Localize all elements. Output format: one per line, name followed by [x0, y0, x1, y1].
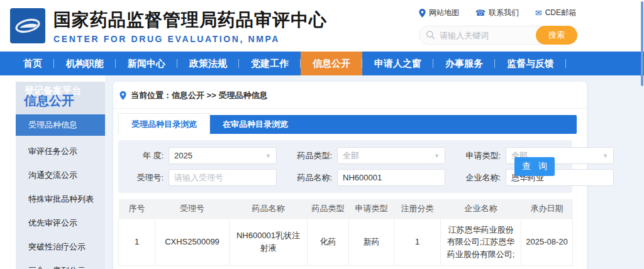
year-select-value: 2025: [174, 151, 192, 160]
cell-apply-type: 新药: [349, 218, 394, 266]
filter-row-2: 受理号: 药品名称: 企业名称:: [122, 169, 572, 186]
chevron-down-icon: ▼: [265, 153, 271, 159]
breadcrumb-pin-icon: [119, 91, 126, 100]
column-header-apply-type: 申请类型: [349, 199, 394, 218]
scrollbar[interactable]: [641, 1, 643, 86]
nav-item-info-disclosure[interactable]: 信息公开: [301, 52, 362, 75]
phone-icon: ☎: [475, 9, 486, 17]
search-icon: [426, 30, 435, 40]
drug-type-select-value: 全部: [343, 150, 359, 162]
nav-item-applicant-window[interactable]: 申请人之窗: [362, 52, 433, 75]
tab-bar: 受理品种目录浏览 在审品种目录浏览: [118, 115, 577, 134]
column-header-undertake-date: 承办日期: [521, 199, 573, 218]
cell-undertake-date: 2025-08-20: [521, 218, 573, 266]
mail-icon: ✉: [535, 9, 542, 17]
sidebar-section-title: 信息公开: [24, 92, 74, 109]
content-card: 当前位置：信息公开 >> 受理品种信息 受理品种目录浏览 在审品种目录浏览 年 …: [113, 82, 587, 269]
page-body: 登记备案平台 信息公开 受理品种信息 审评任务公示 沟通交流公示 特殊审批品种列…: [0, 75, 644, 269]
nav-item-services[interactable]: 办事服务: [433, 52, 495, 75]
header-search: 搜索: [419, 26, 576, 45]
breadcrumb: 当前位置：信息公开 >> 受理品种信息: [113, 82, 587, 109]
site-title: 国家药品监督管理局药品审评中心: [53, 8, 327, 32]
query-button[interactable]: 查 询: [514, 157, 555, 176]
drug-name-input[interactable]: [337, 169, 445, 186]
location-pin-icon: [419, 9, 426, 18]
acceptance-number-input[interactable]: [169, 169, 277, 186]
main-nav: 首页 机构职能 新闻中心 政策法规 党建工作 信息公开 申请人之窗 办事服务 监…: [0, 52, 644, 75]
results-table: 序号 受理号 药品名称 药品类型 申请类型 注册分类 企业名称 承办日期 1 C…: [118, 199, 573, 266]
drug-name-field-group: 药品名称:: [291, 169, 445, 186]
header-right: 网站地图 ☎ 联系我们 ✉ CDE邮箱 搜索: [419, 8, 576, 45]
column-header-acceptance-number: 受理号: [155, 199, 230, 218]
company-name-label: 企业名称:: [459, 172, 501, 184]
site-title-block: 国家药品监督管理局药品审评中心 CENTER FOR DRUG EVALUATI…: [53, 8, 327, 44]
cde-mail-link-label: CDE邮箱: [545, 8, 576, 18]
drug-type-field-group: 药品类型: 全部 ▼: [291, 147, 445, 164]
chevron-down-icon: ▼: [434, 153, 440, 159]
year-select[interactable]: 2025 ▼: [169, 147, 277, 164]
tab-under-review-catalog[interactable]: 在审品种目录浏览: [210, 115, 301, 134]
nav-item-home[interactable]: 首页: [11, 52, 54, 75]
filter-row-1: 年 度: 2025 ▼ 药品类型: 全部 ▼ 申: [122, 147, 572, 164]
cell-company: 江苏恩华药业股份有限公司;江苏恩华药业股份有限公司;: [441, 218, 521, 266]
cell-drug-type: 化药: [308, 218, 349, 266]
site-subtitle: CENTER FOR DRUG EVALUATION, NMPA: [53, 34, 327, 44]
contact-link[interactable]: ☎ 联系我们: [475, 8, 519, 18]
sidebar: 登记备案平台 信息公开 受理品种信息 审评任务公示 沟通交流公示 特殊审批品种列…: [16, 82, 105, 269]
sidebar-item-three-in-one[interactable]: 三合一序列公示: [16, 259, 105, 269]
table-header-row: 序号 受理号 药品名称 药品类型 申请类型 注册分类 企业名称 承办日期: [119, 199, 573, 218]
nav-item-news[interactable]: 新闻中心: [116, 52, 177, 75]
column-header-index: 序号: [119, 199, 155, 218]
cde-logo-swoosh-icon: [13, 11, 43, 41]
breadcrumb-text: 当前位置：信息公开 >> 受理品种信息: [131, 90, 267, 101]
year-field-group: 年 度: 2025 ▼: [122, 147, 277, 164]
main-area: 当前位置：信息公开 >> 受理品种信息 受理品种目录浏览 在审品种目录浏览 年 …: [105, 75, 644, 269]
cde-mail-link[interactable]: ✉ CDE邮箱: [535, 8, 576, 18]
column-header-drug-name: 药品名称: [230, 199, 308, 218]
sidebar-item-special-approval[interactable]: 特殊审批品种列表: [16, 187, 105, 211]
sitemap-link[interactable]: 网站地图: [419, 8, 459, 18]
table-row: 1 CXHS2500099 NH600001乳状注射液 化药 新药 1 江苏恩华…: [119, 218, 573, 266]
cde-logo: [10, 8, 45, 43]
sitemap-link-label: 网站地图: [429, 8, 459, 18]
nav-item-party-building[interactable]: 党建工作: [239, 52, 301, 75]
nav-item-supervision-feedback[interactable]: 监督与反馈: [495, 52, 566, 75]
cell-acceptance-number: CXHS2500099: [155, 218, 230, 266]
sidebar-item-review-tasks[interactable]: 审评任务公示: [16, 140, 105, 163]
header-links: 网站地图 ☎ 联系我们 ✉ CDE邮箱: [419, 8, 576, 18]
chevron-down-icon: ▼: [602, 153, 608, 159]
cell-registration-class: 1: [394, 218, 441, 266]
column-header-registration-class: 注册分类: [394, 199, 441, 218]
drug-name-label: 药品名称:: [291, 172, 332, 184]
cell-index: 1: [119, 218, 155, 266]
sidebar-item-accepted-varieties[interactable]: 受理品种信息: [16, 114, 105, 136]
nav-item-policies[interactable]: 政策法规: [177, 52, 239, 75]
column-header-company: 企业名称: [441, 199, 521, 218]
sidebar-item-priority-review[interactable]: 优先审评公示: [16, 211, 105, 235]
acceptance-number-field-group: 受理号:: [122, 169, 277, 186]
drug-type-label: 药品类型:: [291, 150, 332, 162]
column-header-drug-type: 药品类型: [308, 199, 349, 218]
filter-panel: 年 度: 2025 ▼ 药品类型: 全部 ▼ 申: [118, 140, 572, 193]
search-button[interactable]: 搜索: [536, 26, 577, 45]
year-label: 年 度:: [122, 150, 164, 162]
sidebar-item-communication[interactable]: 沟通交流公示: [16, 163, 105, 187]
acceptance-number-label: 受理号:: [122, 172, 164, 184]
sidebar-item-breakthrough-therapy[interactable]: 突破性治疗公示: [16, 235, 105, 259]
tab-accepted-catalog[interactable]: 受理品种目录浏览: [118, 113, 210, 134]
drug-type-select[interactable]: 全部 ▼: [337, 147, 445, 164]
nav-item-functions[interactable]: 机构职能: [54, 52, 116, 75]
site-header: 国家药品监督管理局药品审评中心 CENTER FOR DRUG EVALUATI…: [0, 0, 644, 52]
cell-drug-name: NH600001乳状注射液: [230, 218, 308, 266]
contact-link-label: 联系我们: [489, 8, 519, 18]
apply-type-label: 申请类型:: [459, 150, 501, 162]
sidebar-header: 登记备案平台 信息公开: [16, 82, 105, 114]
